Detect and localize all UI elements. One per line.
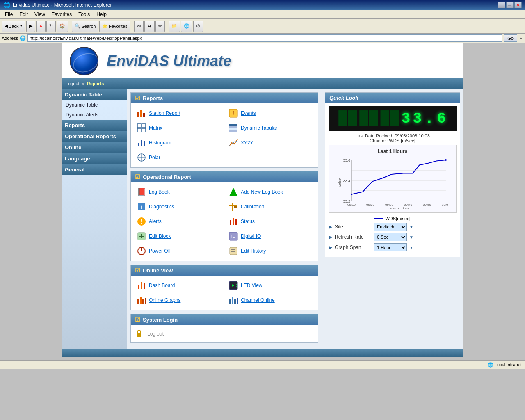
logo-globe bbox=[70, 47, 98, 75]
report-item-events[interactable]: ! Events bbox=[226, 107, 315, 120]
matrix-link[interactable]: Matrix bbox=[149, 125, 162, 131]
sidebar-section-reports[interactable]: Reports bbox=[62, 120, 127, 131]
maximize-button[interactable]: ▭ bbox=[506, 2, 514, 8]
misc-btn2[interactable]: 🌐 bbox=[181, 21, 192, 32]
app-title: EnviDAS Ultimate bbox=[107, 52, 231, 70]
email-button[interactable]: ✉ bbox=[134, 21, 144, 32]
report-item-ongraphs[interactable]: Online Graphs bbox=[134, 294, 223, 307]
logbook-link[interactable]: Log Book bbox=[149, 189, 170, 195]
report-item-editblock[interactable]: Edit Block bbox=[134, 230, 223, 243]
calibration-link[interactable]: Calibration bbox=[241, 204, 264, 210]
misc-btn1[interactable]: 📁 bbox=[169, 21, 180, 32]
last-date-value: 09/03/2008 10:03 bbox=[395, 133, 430, 138]
report-item-logbook[interactable]: 📕 Log Book bbox=[134, 185, 223, 199]
report-item-calibration[interactable]: Calibration bbox=[226, 200, 315, 213]
print-button[interactable]: 🖨 bbox=[144, 21, 155, 32]
xy2y-link[interactable]: XY2Y bbox=[241, 140, 253, 146]
refresh-button[interactable]: ↻ bbox=[46, 21, 56, 32]
svg-text:!: ! bbox=[141, 218, 143, 225]
histogram-link[interactable]: Histogram bbox=[149, 140, 171, 146]
menu-view[interactable]: View bbox=[31, 11, 48, 18]
tabular-link[interactable]: Dynamic Tabular bbox=[241, 125, 277, 131]
report-item-edithistory[interactable]: Edit History bbox=[226, 244, 315, 258]
diagnostics-link[interactable]: Diagnostics bbox=[149, 204, 174, 210]
home-button[interactable]: 🏠 bbox=[57, 21, 68, 32]
site-select[interactable]: Envitech bbox=[374, 223, 407, 231]
nav-logout[interactable]: Logout bbox=[66, 81, 80, 86]
forward-button[interactable]: ▶ bbox=[26, 21, 35, 32]
menu-favorites[interactable]: Favorites bbox=[48, 11, 75, 18]
polar-link[interactable]: Polar bbox=[149, 155, 160, 160]
misc-btn3[interactable]: ⚙ bbox=[193, 21, 203, 32]
menu-edit[interactable]: Edit bbox=[16, 11, 31, 18]
svg-rect-12 bbox=[229, 130, 237, 132]
status-link[interactable]: Status bbox=[241, 219, 255, 224]
refresh-dropdown-icon: ▼ bbox=[409, 235, 413, 240]
report-item-dashboard[interactable]: Dash Board bbox=[134, 279, 223, 292]
edithistory-link[interactable]: Edit History bbox=[241, 248, 266, 254]
chart-title: Last 1 Hours bbox=[332, 148, 453, 154]
svg-rect-24 bbox=[234, 206, 237, 208]
edit-button[interactable]: ✏ bbox=[155, 21, 165, 32]
events-link[interactable]: Events bbox=[241, 110, 256, 116]
menu-tools[interactable]: Tools bbox=[75, 11, 93, 18]
alerts-link[interactable]: Alerts bbox=[149, 219, 162, 224]
addlogbook-link[interactable]: Add New Log Book bbox=[241, 189, 283, 195]
report-item-matrix[interactable]: Matrix bbox=[134, 121, 223, 135]
menu-file[interactable]: File bbox=[2, 11, 16, 18]
poweroff-icon bbox=[137, 246, 146, 256]
sidebar-item-dynamic-alerts[interactable]: Dynamic Alerts bbox=[62, 110, 127, 120]
sidebar-section-language[interactable]: Language bbox=[62, 153, 127, 164]
sidebar-section-online[interactable]: Online bbox=[62, 142, 127, 153]
span-select[interactable]: 1 Hour 4 Hours 8 Hours 24 Hours bbox=[374, 243, 407, 251]
report-item-poweroff[interactable]: Power Off bbox=[134, 244, 223, 258]
stop-button[interactable]: ✕ bbox=[36, 21, 46, 32]
digitalio-icon: IO bbox=[228, 231, 238, 241]
dashboard-link[interactable]: Dash Board bbox=[149, 283, 175, 288]
logout-link[interactable]: Log out bbox=[147, 331, 164, 337]
poweroff-link[interactable]: Power Off bbox=[149, 248, 171, 254]
favorites-button[interactable]: ⭐ Favorites bbox=[99, 21, 130, 32]
nav-bar: Logout » Reports bbox=[62, 78, 463, 89]
sidebar-item-dynamic-table[interactable]: Dynamic Table bbox=[62, 100, 127, 110]
window-controls[interactable]: _ ▭ ✕ bbox=[498, 2, 522, 8]
report-item-alerts[interactable]: ! Alerts bbox=[134, 215, 223, 228]
led-x1: ██ bbox=[338, 110, 358, 127]
close-button[interactable]: ✕ bbox=[514, 2, 522, 8]
back-icon: ◀ bbox=[5, 23, 8, 29]
minimize-button[interactable]: _ bbox=[498, 2, 505, 8]
sidebar-section-general[interactable]: General bbox=[62, 164, 127, 175]
report-item-diagnostics[interactable]: i Diagnostics bbox=[134, 200, 223, 213]
channelonline-link[interactable]: Channel Online bbox=[241, 297, 275, 303]
search-button[interactable]: 🔍 Search bbox=[72, 21, 98, 32]
report-item-channelonline[interactable]: Channel Online bbox=[226, 294, 315, 307]
report-item-histogram[interactable]: Histogram bbox=[134, 136, 223, 149]
report-item-status[interactable]: Status bbox=[226, 215, 315, 228]
back-dropdown-icon[interactable]: ▼ bbox=[19, 24, 23, 28]
report-item-polar[interactable]: Polar bbox=[134, 151, 223, 164]
sidebar-section-dynamic-table[interactable]: Dynamic Table bbox=[62, 89, 127, 100]
sidebar-section-operational[interactable]: Operational Reports bbox=[62, 131, 127, 142]
report-item-station[interactable]: Station Report bbox=[134, 107, 223, 120]
svg-text:Value: Value bbox=[338, 178, 342, 187]
digitalio-link[interactable]: Digital IO bbox=[241, 233, 261, 239]
svg-rect-10 bbox=[229, 126, 237, 128]
ledview-link[interactable]: LED View bbox=[241, 283, 262, 288]
go-button[interactable]: Go bbox=[504, 34, 517, 42]
refresh-select[interactable]: 6 Sec 30 Sec 1 Min 5 Min bbox=[374, 233, 407, 241]
address-icon: 🌐 bbox=[20, 35, 26, 41]
report-item-addlogbook[interactable]: Add New Log Book bbox=[226, 185, 315, 199]
station-report-link[interactable]: Station Report bbox=[149, 110, 180, 116]
report-item-tabular[interactable]: Dynamic Tabular bbox=[226, 121, 315, 135]
report-item-digitalio[interactable]: IO Digital IO bbox=[226, 230, 315, 243]
report-item-ledview[interactable]: LED LED View bbox=[226, 279, 315, 292]
main-content: Dynamic Table Dynamic Table Dynamic Aler… bbox=[62, 89, 463, 349]
menu-help[interactable]: Help bbox=[93, 11, 110, 18]
editblock-link[interactable]: Edit Block bbox=[149, 233, 171, 239]
address-input[interactable] bbox=[27, 34, 502, 42]
report-item-xy2y[interactable]: XY2Y bbox=[226, 136, 315, 149]
site-label: Site bbox=[335, 224, 372, 230]
polar-icon bbox=[137, 153, 146, 162]
back-button[interactable]: ◀ Back ▼ bbox=[2, 21, 25, 32]
ongraphs-link[interactable]: Online Graphs bbox=[149, 297, 180, 303]
